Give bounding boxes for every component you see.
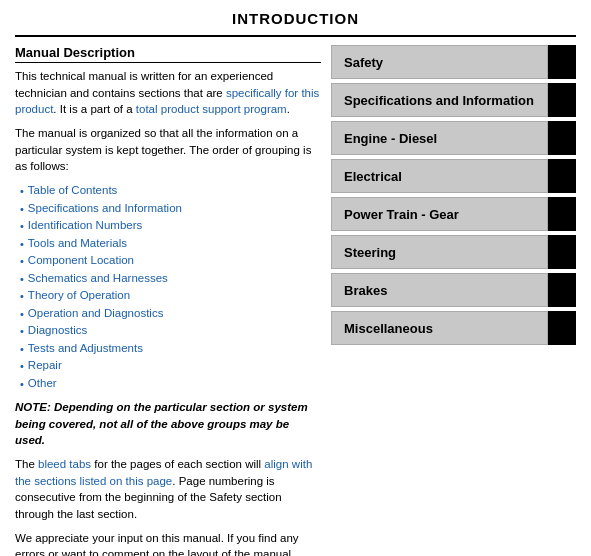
list-item: Schematics and Harnesses <box>20 270 321 288</box>
nav-tab-steering <box>548 235 576 269</box>
nav-tab-electrical <box>548 159 576 193</box>
list-item: Identification Numbers <box>20 217 321 235</box>
list-item: Component Location <box>20 252 321 270</box>
note-text: NOTE: Depending on the particular sectio… <box>15 399 321 449</box>
nav-label-misc: Miscellaneous <box>331 311 548 345</box>
page-title: INTRODUCTION <box>15 10 576 27</box>
list-item: Repair <box>20 357 321 375</box>
list-item: Tests and Adjustments <box>20 340 321 358</box>
nav-label-electrical: Electrical <box>331 159 548 193</box>
left-column: Manual Description This technical manual… <box>15 45 321 556</box>
list-item: Other <box>20 375 321 393</box>
nav-label-steering: Steering <box>331 235 548 269</box>
list-item: Specifications and Information <box>20 200 321 218</box>
nav-tab-brakes <box>548 273 576 307</box>
list-item: Table of Contents <box>20 182 321 200</box>
page-wrapper: INTRODUCTION Manual Description This tec… <box>0 0 591 556</box>
intro-para-2: The manual is organized so that all the … <box>15 125 321 175</box>
list-item: Operation and Diagnostics <box>20 305 321 323</box>
nav-item-electrical[interactable]: Electrical <box>331 159 576 193</box>
nav-item-specs[interactable]: Specifications and Information <box>331 83 576 117</box>
footer-para-2: We appreciate your input on this manual.… <box>15 530 321 556</box>
intro-para-1: This technical manual is written for an … <box>15 68 321 118</box>
nav-label-engine: Engine - Diesel <box>331 121 548 155</box>
nav-item-safety[interactable]: Safety <box>331 45 576 79</box>
nav-label-powertrain: Power Train - Gear <box>331 197 548 231</box>
nav-tab-powertrain <box>548 197 576 231</box>
right-column: Safety Specifications and Information En… <box>331 45 576 556</box>
section-title: Manual Description <box>15 45 321 63</box>
nav-tab-engine <box>548 121 576 155</box>
list-item: Theory of Operation <box>20 287 321 305</box>
list-item: Tools and Materials <box>20 235 321 253</box>
nav-item-engine[interactable]: Engine - Diesel <box>331 121 576 155</box>
nav-item-brakes[interactable]: Brakes <box>331 273 576 307</box>
nav-item-powertrain[interactable]: Power Train - Gear <box>331 197 576 231</box>
bullet-list: Table of Contents Specifications and Inf… <box>20 182 321 392</box>
nav-tab-safety <box>548 45 576 79</box>
list-item: Diagnostics <box>20 322 321 340</box>
nav-label-safety: Safety <box>331 45 548 79</box>
content-area: Manual Description This technical manual… <box>15 45 576 556</box>
nav-tab-misc <box>548 311 576 345</box>
nav-item-steering[interactable]: Steering <box>331 235 576 269</box>
top-divider <box>15 35 576 37</box>
nav-item-misc[interactable]: Miscellaneous <box>331 311 576 345</box>
nav-label-specs: Specifications and Information <box>331 83 548 117</box>
nav-tab-specs <box>548 83 576 117</box>
nav-label-brakes: Brakes <box>331 273 548 307</box>
footer-para-1: The bleed tabs for the pages of each sec… <box>15 456 321 523</box>
